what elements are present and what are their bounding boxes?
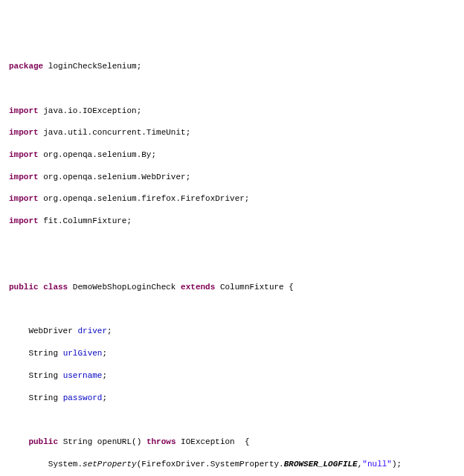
line-7: import org.openqa.selenium.firefox.Firef… xyxy=(9,193,455,205)
line-6: import org.openqa.selenium.WebDriver; xyxy=(9,172,455,183)
line-19: System.setProperty(FirefoxDriver.SystemP… xyxy=(9,459,455,470)
blank xyxy=(9,238,455,249)
line-16: String password; xyxy=(9,393,455,404)
line-5: import org.openqa.selenium.By; xyxy=(9,149,455,161)
line-18: public String openURL() throws IOExcepti… xyxy=(9,437,455,448)
blank xyxy=(9,260,455,271)
code-editor: package loginCheckSelenium; import java.… xyxy=(9,50,455,476)
line-11: public class DemoWebShopLoginCheck exten… xyxy=(9,282,455,293)
line-13: WebDriver driver; xyxy=(9,326,455,337)
line-3: import java.io.IOException; xyxy=(9,106,455,117)
blank xyxy=(9,304,455,315)
line-4: import java.util.concurrent.TimeUnit; xyxy=(9,127,455,138)
blank xyxy=(9,83,455,94)
line-15: String username; xyxy=(9,370,455,382)
blank xyxy=(9,414,455,425)
line-8: import fit.ColumnFixture; xyxy=(9,216,455,227)
line-1: package loginCheckSelenium; xyxy=(9,61,455,72)
line-14: String urlGiven; xyxy=(9,348,455,359)
